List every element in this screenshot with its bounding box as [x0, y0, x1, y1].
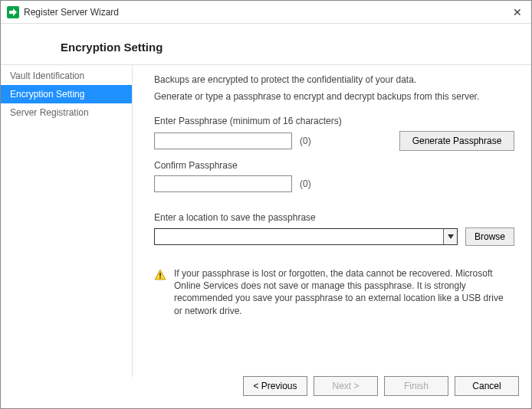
location-label: Enter a location to save the passphrase	[154, 212, 514, 223]
titlebar: Register Server Wizard ✕	[1, 1, 531, 24]
enter-passphrase-count: (0)	[300, 136, 311, 146]
enter-passphrase-input[interactable]	[154, 133, 292, 149]
warning-icon	[154, 269, 166, 281]
main-panel: Backups are encrypted to protect the con…	[133, 65, 531, 377]
svg-rect-0	[159, 273, 161, 276]
footer-buttons: < Previous Next > Finish Cancel	[243, 376, 519, 396]
warning-area: If your passphrase is lost or forgotten,…	[154, 267, 514, 317]
svg-rect-1	[159, 277, 161, 279]
window-title: Register Server Wizard	[24, 7, 119, 18]
confirm-passphrase-count: (0)	[300, 178, 311, 189]
location-input[interactable]	[155, 229, 443, 244]
heading-area: Encryption Setting	[1, 24, 531, 64]
confirm-passphrase-input[interactable]	[154, 175, 292, 192]
sidebar-step-vault[interactable]: Vault Identification	[1, 67, 132, 85]
sidebar: Vault Identification Encryption Setting …	[1, 65, 133, 377]
next-button: Next >	[314, 376, 378, 396]
sidebar-step-registration[interactable]: Server Registration	[1, 103, 132, 122]
intro-line-1: Backups are encrypted to protect the con…	[154, 74, 514, 85]
generate-passphrase-button[interactable]: Generate Passphrase	[399, 131, 514, 151]
chevron-down-icon	[448, 234, 454, 239]
location-combobox[interactable]	[154, 228, 458, 245]
enter-passphrase-label: Enter Passphrase (minimum of 16 characte…	[154, 116, 514, 126]
page-title: Encryption Setting	[61, 41, 531, 54]
cancel-button[interactable]: Cancel	[455, 376, 519, 396]
browse-button[interactable]: Browse	[465, 227, 514, 246]
body: Vault Identification Encryption Setting …	[1, 64, 531, 377]
sidebar-step-encryption[interactable]: Encryption Setting	[1, 85, 132, 103]
warning-text: If your passphrase is lost or forgotten,…	[174, 267, 511, 317]
finish-button: Finish	[384, 376, 448, 396]
intro-line-2: Generate or type a passphrase to encrypt…	[154, 91, 514, 102]
app-icon	[7, 6, 19, 18]
location-dropdown-button[interactable]	[443, 229, 457, 244]
confirm-passphrase-label: Confirm Passphrase	[154, 160, 514, 171]
previous-button[interactable]: < Previous	[243, 376, 307, 396]
close-icon[interactable]: ✕	[510, 6, 525, 18]
